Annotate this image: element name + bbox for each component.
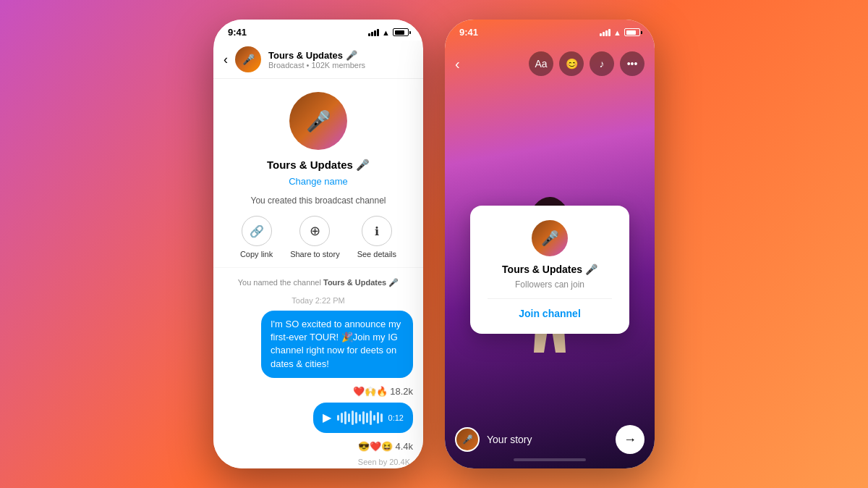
popup-channel-name: Tours & Updates 🎤 [502,264,597,275]
waveform [337,410,383,426]
channel-join-popup: 🎤 Tours & Updates 🎤 Followers can join J… [470,206,629,334]
system-msg-highlight: Tours & Updates 🎤 [323,278,399,287]
channel-header: ‹ 🎤 Tours & Updates 🎤 Broadcast • 102K m… [213,41,423,79]
chat-area: You named the channel Tours & Updates 🎤 … [213,268,423,468]
see-details-icon: ℹ [362,216,392,246]
popup-subtitle: Followers can join [515,279,584,290]
broadcast-description: You created this broadcast channel [250,195,386,206]
story-back-button[interactable]: ‹ [455,56,460,72]
battery-icon-2 [624,28,640,36]
profile-name: Tours & Updates 🎤 [267,159,370,172]
signal-icon-2 [600,29,610,36]
message-bubble-1: I'm SO excited to announce my first-ever… [261,311,413,378]
see-details-label: See details [357,250,396,258]
message-timestamp: Today 2:22 PM [224,296,413,305]
music-button[interactable]: ♪ [590,51,614,76]
signal-icon [368,29,379,36]
send-story-button[interactable]: → [616,425,644,454]
audio-duration: 0:12 [388,413,404,422]
seen-by-label: Seen by 20.4K [224,458,413,466]
share-story-icon: ⊕ [299,216,330,246]
wifi-icon-2: ▲ [613,28,621,37]
share-story-button[interactable]: ⊕ Share to story [290,216,339,258]
story-top-controls: ‹ Aa 😊 ♪ ••• [445,46,655,82]
share-story-label: Share to story [290,250,339,258]
more-options-button[interactable]: ••• [620,51,644,76]
channel-subtitle: Broadcast • 102K members [268,61,413,70]
story-user-avatar: 🎤 [455,427,480,452]
dm-content: ‹ 🎤 Tours & Updates 🎤 Broadcast • 102K m… [213,41,423,468]
phone-story: 9:41 ▲ ‹ Aa 😊 ♪ ••• [445,20,655,468]
system-message: You named the channel Tours & Updates 🎤 [224,275,413,290]
popup-avatar: 🎤 [532,220,568,256]
status-bar-2: 9:41 ▲ [445,20,655,41]
see-details-button[interactable]: ℹ See details [357,216,396,258]
sticker-button[interactable]: 😊 [559,51,584,76]
channel-info: Tours & Updates 🎤 Broadcast • 102K membe… [268,50,413,70]
status-icons-1: ▲ [368,28,409,37]
popup-divider [488,298,612,299]
your-story-label: Your story [487,434,608,445]
channel-avatar-header: 🎤 [235,46,261,72]
profile-section: 🎤 Tours & Updates 🎤 Change name You crea… [213,79,423,268]
audio-message[interactable]: ▶ [313,403,413,433]
change-name-link[interactable]: Change name [289,176,348,187]
play-icon[interactable]: ▶ [323,411,331,424]
join-channel-button[interactable]: Join channel [519,308,581,319]
back-button[interactable]: ‹ [224,52,228,67]
audio-reactions: 😎❤️😆 4.4k [358,441,413,452]
profile-avatar-large: 🎤 [289,92,347,150]
story-action-icons: Aa 😊 ♪ ••• [529,51,644,76]
battery-icon [393,28,409,36]
status-icons-2: ▲ [600,28,640,37]
story-bottom-bar: 🎤 Your story → [445,425,655,454]
phone-dm: 9:41 ▲ ‹ 🎤 Tours & Update [213,20,423,468]
channel-name-header: Tours & Updates 🎤 [268,50,413,61]
text-format-button[interactable]: Aa [529,51,553,76]
time-1: 9:41 [228,27,247,38]
home-indicator-2 [445,454,655,468]
time-2: 9:41 [459,27,478,38]
action-buttons: 🔗 Copy link ⊕ Share to story ℹ See detai… [240,216,396,258]
copy-link-icon: 🔗 [242,216,272,246]
copy-link-label: Copy link [240,250,273,258]
message-reactions-1: ❤️🙌🔥 18.2k [353,386,413,397]
wifi-icon: ▲ [382,28,390,37]
status-bar-1: 9:41 ▲ [213,20,423,41]
copy-link-button[interactable]: 🔗 Copy link [240,216,273,258]
